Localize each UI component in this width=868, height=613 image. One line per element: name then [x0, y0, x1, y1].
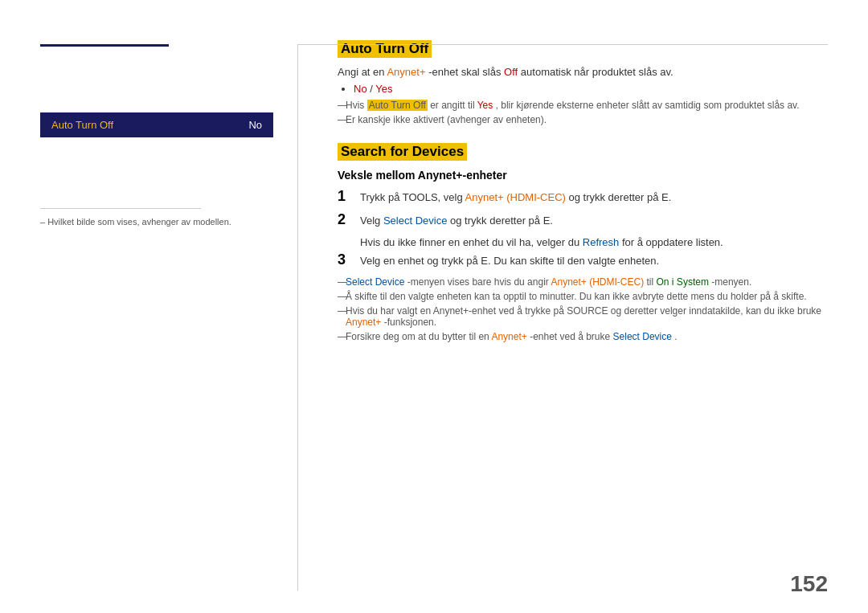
bn3-end: -funksjonen.: [384, 317, 436, 328]
bullet-no-yes: No / Yes: [354, 83, 828, 95]
step1-text: Trykk på TOOLS, velg Anynet+ (HDMI-CEC) …: [360, 190, 828, 203]
bn4-mid: -enhet ved å bruke: [530, 331, 610, 342]
step2-end: og trykk deretter på E.: [450, 215, 553, 227]
right-panel: Auto Turn Off Angi at en Anynet+ -enhet …: [297, 0, 868, 613]
step1-highlight: Anynet+ (HDMI-CEC): [465, 191, 566, 203]
intro-mid: -enhet skal slås: [428, 66, 501, 78]
step-2: 2 Velg Select Device og trykk deretter p…: [338, 213, 828, 228]
step-3: 3 Velg en enhet og trykk på E. Du kan sk…: [338, 253, 828, 268]
note1-pre: Hvis: [346, 100, 364, 111]
section2-title: Search for Devices: [338, 143, 467, 161]
note1-mid: er angitt til: [430, 100, 474, 111]
top-rule: [298, 44, 828, 45]
step3-text: Velg en enhet og trykk på E. Du kan skif…: [360, 253, 828, 267]
bn1-anynet: Anynet+ (HDMI-CEC): [551, 276, 644, 288]
step2-pre: Velg: [360, 215, 380, 227]
bottom-note3: Hvis du har valgt en Anynet+-enhet ved å…: [338, 305, 828, 328]
bn4-anynet: Anynet+: [491, 331, 526, 342]
bottom-notes: Select Device -menyen vises bare hvis du…: [338, 276, 828, 342]
left-top-line: [40, 44, 169, 47]
bullet-no: No: [354, 83, 367, 95]
bn4-pre: Forsikre deg om at du bytter til en: [346, 331, 489, 342]
no-yes-list: No / Yes: [354, 83, 828, 95]
bottom-note4: Forsikre deg om at du bytter til en Anyn…: [338, 331, 828, 342]
note1-yes: Yes: [477, 100, 493, 111]
step1-pre: Trykk på TOOLS, velg: [360, 191, 463, 203]
note1: Hvis Auto Turn Off er angitt til Yes , b…: [338, 100, 828, 111]
section-auto-turn-off: Auto Turn Off Angi at en Anynet+ -enhet …: [338, 40, 828, 125]
divider-line: [297, 44, 298, 591]
bn1-mid: -menyen vises bare hvis du angir: [407, 276, 549, 288]
steps-list: 1 Trykk på TOOLS, velg Anynet+ (HDMI-CEC…: [338, 190, 828, 228]
bn1-end: -menyen.: [711, 276, 751, 288]
step2-highlight: Select Device: [383, 215, 447, 227]
bn1-select: Select Device: [346, 276, 404, 288]
intro-off: Off: [504, 66, 518, 78]
step2-text: Velg Select Device og trykk deretter på …: [360, 213, 828, 227]
intro-anynet: Anynet+: [387, 66, 425, 78]
bn3-anynet: Anynet+: [346, 317, 381, 328]
step3-list: 3 Velg en enhet og trykk på E. Du kan sk…: [338, 253, 828, 268]
refresh-pre: Hvis du ikke finner en enhet du vil ha, …: [360, 236, 579, 248]
page-number: 152: [790, 571, 828, 597]
menu-item-value: No: [248, 119, 262, 131]
step1-num: 1: [338, 188, 360, 205]
menu-item-auto-turn-off: Auto Turn Off No: [40, 112, 273, 137]
step1-end: og trykk deretter på E.: [569, 191, 672, 203]
bn1-til: til: [647, 276, 654, 288]
section-search-devices: Search for Devices Veksle mellom Anynet+…: [338, 129, 828, 342]
bn4-select: Select Device: [613, 331, 672, 342]
left-bottom-note: [40, 202, 201, 209]
bullet-yes: Yes: [375, 83, 392, 95]
page-container: Auto Turn Off No – Hvilket bilde som vis…: [0, 0, 868, 613]
bn1-on: On i System: [657, 276, 709, 288]
intro-paragraph: Angi at en Anynet+ -enhet skal slås Off …: [338, 66, 828, 78]
menu-item-label: Auto Turn Off: [51, 119, 113, 131]
refresh-note: Hvis du ikke finner en enhet du vil ha, …: [360, 236, 828, 248]
refresh-highlight: Refresh: [583, 236, 620, 248]
intro-pre: Angi at en: [338, 66, 385, 78]
bottom-note1: Select Device -menyen vises bare hvis du…: [338, 276, 828, 288]
step3-num: 3: [338, 251, 360, 268]
section1-title: Auto Turn Off: [338, 40, 432, 58]
note2: Er kanskje ikke aktivert (avhenger av en…: [338, 114, 828, 125]
subsection-title: Veksle mellom Anynet+-enheter: [338, 169, 828, 182]
step-1: 1 Trykk på TOOLS, velg Anynet+ (HDMI-CEC…: [338, 190, 828, 205]
left-footnote: – Hvilket bilde som vises, avhenger av m…: [40, 217, 273, 227]
left-panel: Auto Turn Off No – Hvilket bilde som vis…: [0, 0, 297, 613]
bn3-pre: Hvis du har valgt en Anynet+-enhet ved å…: [346, 305, 821, 317]
bn4-end: .: [674, 331, 677, 342]
intro-end: automatisk når produktet slås av.: [521, 66, 674, 78]
refresh-end: for å oppdatere listen.: [622, 236, 723, 248]
bottom-note2: Å skifte til den valgte enheten kan ta o…: [338, 291, 828, 302]
step2-num: 2: [338, 211, 360, 228]
note1-end: , blir kjørende eksterne enheter slått a…: [496, 100, 800, 111]
note1-highlight: Auto Turn Off: [367, 100, 428, 111]
